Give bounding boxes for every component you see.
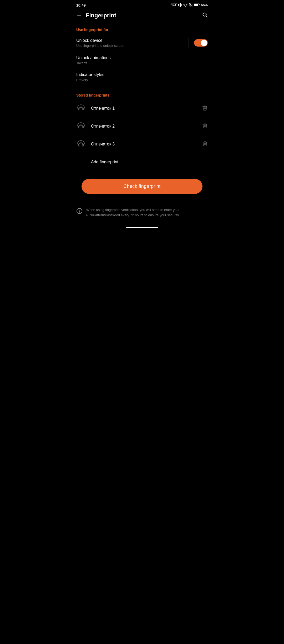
svg-rect-0 <box>180 3 181 7</box>
check-fingerprint-button[interactable]: Check fingerprint <box>82 179 202 194</box>
unlock-animations-row[interactable]: Unlock animations Takeoff <box>71 52 213 69</box>
battery-pct: 66% <box>201 3 208 7</box>
add-fingerprint-label: Add fingerprint <box>91 160 118 164</box>
info-section: When using fingerprint verification, you… <box>71 202 213 223</box>
battery-icon <box>194 3 200 7</box>
fingerprint-3-delete[interactable] <box>202 141 208 148</box>
page-header: ← Fingerprint <box>71 9 213 23</box>
info-text: When using fingerprint verification, you… <box>86 207 208 218</box>
unlock-device-toggle[interactable] <box>194 39 208 47</box>
page-title: Fingerprint <box>86 12 202 19</box>
fingerprint-3-name: Отпечаток 3 <box>91 142 202 147</box>
home-indicator <box>126 227 158 228</box>
fingerprint-1-icon <box>76 104 86 113</box>
vibrate-icon <box>178 3 182 8</box>
unlock-device-toggle-container <box>189 38 208 48</box>
indicator-styles-subtitle: Bravery <box>76 78 208 82</box>
bottom-indicator <box>71 223 213 231</box>
toggle-knob <box>201 40 207 46</box>
unlock-animations-title: Unlock animations <box>76 56 208 60</box>
indicator-styles-title: Indicator styles <box>76 72 208 77</box>
wifi-icon <box>183 3 187 7</box>
quality-icon: 144 <box>171 3 177 7</box>
section-divider-1 <box>71 87 213 87</box>
fingerprint-2-name: Отпечаток 2 <box>91 124 202 129</box>
fingerprint-1-name: Отпечаток 1 <box>91 106 202 111</box>
fingerprint-1-delete[interactable] <box>202 105 208 112</box>
stored-fingerprints-section: Stored fingerprints Отпечаток 1 <box>71 89 213 171</box>
back-button[interactable]: ← <box>76 12 82 19</box>
fingerprint-3-icon <box>76 139 86 149</box>
use-fingerprint-section: Use fingerprint for Unlock device Use fi… <box>71 23 213 85</box>
unlock-device-text: Unlock device Use fingerprint to unlock … <box>76 38 189 48</box>
add-icon <box>76 157 86 167</box>
add-fingerprint-row[interactable]: Add fingerprint <box>71 153 213 171</box>
svg-line-7 <box>206 16 207 17</box>
unlock-animations-subtitle: Takeoff <box>76 61 208 65</box>
unlock-animations-text: Unlock animations Takeoff <box>76 56 208 65</box>
indicator-styles-row[interactable]: Indicator styles Bravery <box>71 69 213 85</box>
status-time: 10:49 <box>76 3 86 7</box>
svg-rect-5 <box>194 4 198 6</box>
fingerprint-2-delete[interactable] <box>202 123 208 130</box>
toggle-divider <box>189 38 189 48</box>
stored-fingerprints-label: Stored fingerprints <box>71 89 213 99</box>
unlock-device-title: Unlock device <box>76 38 189 43</box>
fingerprint-2-row[interactable]: Отпечаток 2 <box>71 117 213 135</box>
info-icon <box>76 208 83 215</box>
fingerprint-2-icon <box>76 122 86 131</box>
unlock-device-row[interactable]: Unlock device Use fingerprint to unlock … <box>71 34 213 52</box>
svg-rect-1 <box>178 4 179 6</box>
check-btn-container: Check fingerprint <box>71 171 213 199</box>
use-fingerprint-label: Use fingerprint for <box>71 23 213 34</box>
indicator-styles-text: Indicator styles Bravery <box>76 72 208 82</box>
svg-rect-2 <box>181 4 182 6</box>
unlock-device-subtitle: Use fingerprint to unlock screen. <box>76 44 189 48</box>
mute-icon <box>189 3 192 8</box>
status-bar: 10:49 144 66% <box>71 0 213 9</box>
fingerprint-1-row[interactable]: Отпечаток 1 <box>71 99 213 117</box>
fingerprint-3-row[interactable]: Отпечаток 3 <box>71 135 213 153</box>
status-icons: 144 66% <box>171 3 208 8</box>
search-button[interactable] <box>202 12 208 19</box>
